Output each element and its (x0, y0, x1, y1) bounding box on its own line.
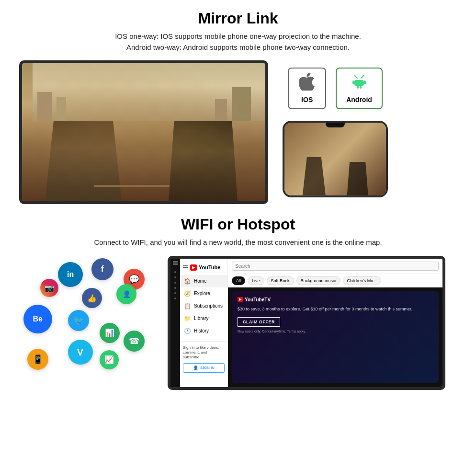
wifi-desc: Connect to WIFI, and you will find a new… (19, 237, 457, 248)
facebook-bubble: f (91, 258, 113, 280)
social-icons-cloud: in f 💬 👤 Be 🐦 📊 👍 V 📱 📈 (19, 256, 158, 385)
yt-chip-all[interactable]: All (232, 276, 245, 285)
twitter-bubble: 🐦 (68, 310, 89, 331)
youtube-car-screen: ▶ YouTube 🏠 Home 🧭 Explore (168, 256, 445, 390)
youtube-logo: ▶ YouTube (190, 264, 220, 271)
svg-line-9 (361, 76, 363, 78)
yt-chip-background-music[interactable]: Background music (296, 276, 340, 285)
yt-logo-icon: ▶ (190, 264, 197, 271)
ios-platform-box: IOS (288, 68, 326, 109)
sign-in-label: SIGN IN (200, 366, 215, 370)
yt-nav-library[interactable]: 📁 Library (180, 312, 227, 325)
svg-rect-5 (357, 86, 359, 89)
yt-chips-row: All Live Soft Rock Background music Chil… (228, 274, 442, 287)
claim-offer-button[interactable]: CLAIM OFFER (238, 317, 280, 327)
ios-label: IOS (298, 96, 316, 103)
yt-search-input[interactable] (232, 262, 439, 271)
chart-bubble: 📈 (100, 350, 119, 369)
yt-chip-soft-rock[interactable]: Soft Rock (267, 276, 294, 285)
android-icon (346, 73, 372, 94)
call-bubble: ☎ (124, 331, 145, 352)
yt-chip-childrens[interactable]: Children's Mu... (343, 276, 381, 285)
phone-notch (326, 123, 345, 127)
svg-rect-4 (364, 80, 366, 84)
svg-line-7 (355, 76, 357, 78)
usb-connector (386, 157, 388, 161)
svg-rect-6 (360, 86, 362, 89)
sign-in-button[interactable]: 👤 SIGN IN (183, 363, 225, 373)
youtube-nav-sidebar: ▶ YouTube 🏠 Home 🧭 Explore (180, 259, 228, 387)
sign-in-prompt: Sign in to like videos, comment, and sub… (183, 345, 225, 360)
yt-nav-home[interactable]: 🏠 Home (180, 275, 227, 287)
yt-nav-subscriptions[interactable]: 📋 Subscriptions (180, 300, 227, 312)
history-icon: 🕐 (184, 328, 191, 334)
yt-fine-print: New users only. Cancel anytime. Terms ap… (238, 330, 433, 333)
home-icon: 🏠 (184, 278, 191, 285)
mirror-link-title: Mirror Link (19, 10, 457, 27)
like-bubble: 👍 (82, 288, 102, 308)
yt-header-bar (228, 259, 442, 274)
hamburger-menu-icon[interactable] (173, 261, 178, 265)
phone-icon-bubble: 📱 (27, 349, 48, 370)
sign-in-icon: 👤 (193, 366, 198, 370)
yt-logo-text: YouTube (199, 264, 220, 270)
yt-hamburger[interactable] (183, 265, 188, 270)
instagram-bubble: 📷 (40, 279, 58, 297)
yt-tv-logo: ▶ YouTubeTV (238, 297, 433, 302)
yt-tv-promo-card: ▶ YouTubeTV $30 to save, 3 months to exp… (232, 291, 439, 383)
android-label: Android (346, 96, 372, 103)
svg-point-10 (363, 75, 364, 76)
phone-mockup (283, 121, 388, 197)
explore-icon: 🧭 (184, 290, 191, 297)
yt-promo-description: $30 to save, 3 months to explore. Get $1… (238, 306, 433, 312)
wifi-title: WIFI or Hotspot (19, 216, 457, 233)
svg-rect-3 (352, 80, 354, 84)
vimeo-bubble: V (68, 340, 93, 365)
yt-nav-explore[interactable]: 🧭 Explore (180, 287, 227, 300)
behance-bubble: Be (23, 305, 52, 333)
platform-section: IOS (283, 68, 388, 197)
apple-icon (298, 73, 316, 94)
yt-tv-logo-icon: ▶ (238, 297, 243, 302)
mirror-link-desc: IOS one-way: IOS supports mobile phone o… (19, 31, 457, 53)
yt-tv-logo-text: YouTubeTV (245, 297, 271, 302)
youtube-main-content: All Live Soft Rock Background music Chil… (228, 259, 442, 387)
add-person-bubble: 👤 (116, 284, 136, 304)
yt-chip-live[interactable]: Live (248, 276, 264, 285)
linkedin-bubble: in (58, 262, 83, 287)
subscriptions-icon: 📋 (184, 303, 191, 309)
yt-nav-history[interactable]: 🕐 History (180, 325, 227, 337)
yt-promo-area: ▶ YouTubeTV $30 to save, 3 months to exp… (228, 287, 442, 387)
stats-bubble: 📊 (100, 323, 120, 343)
car-screen (19, 60, 268, 204)
library-icon: 📁 (184, 315, 191, 322)
android-platform-box: Android (336, 68, 383, 109)
svg-rect-2 (354, 80, 364, 86)
svg-point-8 (354, 75, 355, 76)
